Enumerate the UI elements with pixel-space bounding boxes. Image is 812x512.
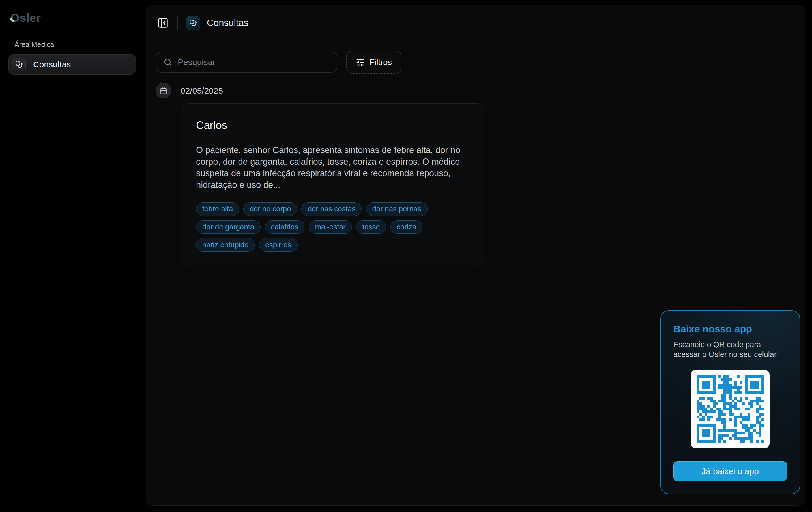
stethoscope-icon	[12, 58, 26, 71]
symptom-tag: tosse	[356, 220, 386, 234]
date-label: 02/05/2025	[180, 86, 223, 96]
symptom-tag: dor no corpo	[243, 202, 297, 216]
calendar-icon	[155, 83, 171, 98]
symptom-tag: febre alta	[196, 202, 239, 216]
consultation-card[interactable]: Carlos O paciente, senhor Carlos, aprese…	[181, 103, 484, 265]
symptom-tag: nariz entupido	[196, 238, 255, 252]
collapse-sidebar-button[interactable]	[157, 17, 169, 29]
search-box[interactable]	[155, 52, 337, 73]
date-group: 02/05/2025	[155, 83, 805, 98]
filters-label: Filtros	[370, 58, 392, 67]
brand-logo: Osler	[10, 11, 41, 25]
search-icon	[164, 58, 172, 66]
app-root: Osler Área Médica Consultas Ajuda Config…	[0, 0, 812, 512]
consultation-summary: O paciente, senhor Carlos, apresenta sin…	[196, 145, 469, 191]
page-title: Consultas	[207, 18, 249, 28]
divider	[177, 16, 178, 30]
symptom-tag: mal-estar	[309, 220, 352, 234]
symptom-tag: calafrios	[265, 220, 305, 234]
toolbar: Filtros	[155, 51, 805, 73]
symptom-tag: dor nas pernas	[366, 202, 427, 216]
main-panel: Consultas Filtros 02/05/2025 Carlos O pa…	[146, 4, 806, 506]
filters-button[interactable]: Filtros	[346, 51, 402, 73]
symptom-tag: dor de garganta	[196, 220, 261, 234]
sidebar-section-label: Área Médica	[14, 40, 54, 49]
stethoscope-badge-icon	[186, 16, 200, 30]
patient-name: Carlos	[196, 119, 469, 131]
symptom-tags: febre altador no corpodor nas costasdor …	[196, 202, 469, 252]
qr-code	[691, 370, 770, 448]
promo-subtitle: Escaneie o QR code para acessar o Osler …	[673, 340, 787, 360]
promo-title: Baixe nosso app	[673, 323, 787, 335]
sidebar: Osler Área Médica Consultas Ajuda Config…	[0, 0, 146, 512]
sidebar-item-consultas[interactable]: Consultas	[8, 54, 136, 75]
panel-header: Consultas	[146, 5, 805, 41]
symptom-tag: espirros	[259, 238, 297, 252]
app-promo-card: Baixe nosso app Escaneie o QR code para …	[660, 310, 800, 494]
already-downloaded-button[interactable]: Já baixei o app	[673, 461, 787, 481]
symptom-tag: dor nas costas	[301, 202, 361, 216]
sidebar-item-label: Consultas	[33, 60, 71, 69]
sliders-icon	[356, 58, 365, 66]
symptom-tag: coriza	[390, 220, 423, 234]
search-input[interactable]	[178, 57, 329, 67]
